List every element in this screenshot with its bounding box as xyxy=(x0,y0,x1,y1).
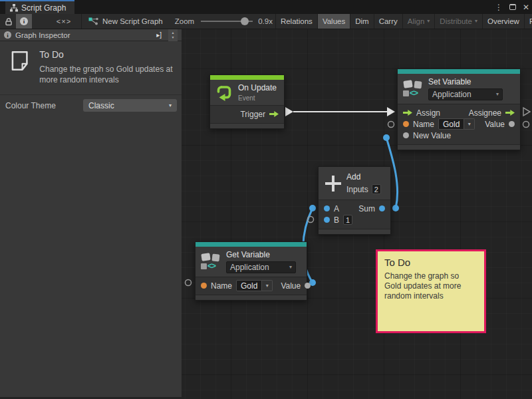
new-script-graph-label: New Script Graph xyxy=(102,17,163,25)
dim-button[interactable]: Dim xyxy=(350,14,373,29)
graph-toolbar: i <×> New Script Graph Zoom 0.9x Relatio… xyxy=(0,14,532,29)
b-value-field[interactable]: 1 xyxy=(343,215,352,225)
tab-bar: Script Graph ⋮ ✕ xyxy=(0,0,532,14)
overview-button[interactable]: Overview xyxy=(482,14,524,29)
node-accent-bar xyxy=(210,75,284,80)
node-title: Add xyxy=(346,172,381,182)
align-dropdown[interactable]: Align ▾ xyxy=(402,14,435,29)
add-plus-icon xyxy=(325,176,341,192)
value-label: Value xyxy=(281,281,301,291)
code-view-button[interactable]: <×> xyxy=(49,14,78,29)
node-add[interactable]: Add Inputs 2 A Sum B xyxy=(318,166,391,235)
values-button[interactable]: Values xyxy=(317,14,350,29)
sticky-note-icon xyxy=(9,49,30,72)
graph-canvas[interactable]: To Do Change the graph so Gold updates a… xyxy=(182,29,532,399)
variable-scope-dropdown[interactable]: Application ▾ xyxy=(226,261,296,273)
variable-name-dropdown[interactable]: Gold ▾ xyxy=(438,118,475,130)
todo-summary: To Do Change the graph so Gold updates a… xyxy=(0,41,182,94)
sticky-note-title: To Do xyxy=(384,257,477,268)
b-port-dot[interactable] xyxy=(324,217,330,223)
zoom-value: 0.9x xyxy=(258,17,273,25)
variable-scope-dropdown[interactable]: Application ▾ xyxy=(428,88,503,100)
sum-label: Sum xyxy=(358,204,375,213)
node-title: On Update xyxy=(238,83,277,92)
chevron-down-icon: ▾ xyxy=(262,280,273,291)
node-footer xyxy=(210,123,284,128)
tab-script-graph[interactable]: Script Graph xyxy=(5,1,74,14)
getvariable-name-input-port[interactable] xyxy=(186,280,192,286)
value-port-dot[interactable] xyxy=(509,121,515,127)
scroll-up-icon[interactable]: ▲ xyxy=(172,31,175,35)
todo-title: To Do xyxy=(39,49,175,60)
fullscreen-button[interactable]: Full Screen xyxy=(524,14,532,29)
script-graph-window: Script Graph ⋮ ✕ i <×> xyxy=(0,0,532,399)
a-port-dot[interactable] xyxy=(324,205,330,211)
value-label: Value xyxy=(485,120,505,129)
chevron-down-icon: ▾ xyxy=(286,265,292,270)
tab-label: Script Graph xyxy=(21,3,66,13)
b-label: B xyxy=(334,215,339,225)
node-title: Set Variable xyxy=(428,77,503,86)
info-icon: i xyxy=(20,17,28,25)
add-sum-output-port[interactable] xyxy=(392,205,399,211)
inspector-toggle-button[interactable]: i xyxy=(16,14,32,29)
node-accent-bar xyxy=(398,69,520,74)
on-update-loop-icon xyxy=(215,84,233,101)
setvariable-name-input-port[interactable] xyxy=(388,122,394,128)
carry-button[interactable]: Carry xyxy=(374,14,402,29)
assignee-label: Assignee xyxy=(469,108,501,118)
node-footer xyxy=(196,295,307,300)
colour-theme-value: Classic xyxy=(88,101,114,110)
toolbar-separator xyxy=(81,14,82,29)
info-icon: i xyxy=(4,31,11,39)
name-label: Name xyxy=(211,281,232,291)
trigger-output-port[interactable] xyxy=(285,107,293,116)
node-set-variable[interactable]: <> Set Variable Application ▾ Assign Ass… xyxy=(397,68,521,150)
assignee-output-port[interactable] xyxy=(523,108,530,116)
inputs-count-field[interactable]: 2 xyxy=(372,184,381,194)
sum-port-dot[interactable] xyxy=(379,205,385,211)
relations-button[interactable]: Relations xyxy=(275,14,317,29)
new-value-port-dot[interactable] xyxy=(403,132,409,138)
name-port-dot[interactable] xyxy=(403,121,409,127)
sticky-note[interactable]: To Do Change the graph so Gold updates a… xyxy=(376,249,486,333)
scroll-down-icon[interactable]: ▼ xyxy=(172,35,175,40)
toolbar-toggle-group: Relations Values Dim Carry Align ▾ Distr… xyxy=(275,14,532,29)
node-get-variable[interactable]: <> Get Variable Application ▾ Name Gold xyxy=(195,241,307,301)
dock-panel-icon[interactable]: ▸] xyxy=(156,31,162,39)
graph-inspector-header: i Graph Inspector ▸] ▲ ▼ xyxy=(0,29,182,41)
panel-scroll-stepper[interactable]: ▲ ▼ xyxy=(168,29,178,41)
script-graph-asset-icon xyxy=(88,17,98,25)
lock-button[interactable] xyxy=(1,14,16,29)
zoom-slider[interactable] xyxy=(201,17,253,25)
add-a-input-port[interactable] xyxy=(309,205,316,211)
sticky-note-text: Change the graph so Gold updates at more… xyxy=(384,271,476,301)
name-port-dot[interactable] xyxy=(201,283,207,289)
zoom-slider-handle[interactable] xyxy=(241,17,249,25)
variable-icon: <> xyxy=(403,80,423,98)
flow-arrow-icon xyxy=(269,111,279,117)
close-icon[interactable]: ✕ xyxy=(523,3,529,12)
code-icon: <×> xyxy=(57,17,71,25)
chevron-down-icon: ▾ xyxy=(475,19,477,24)
assign-input-arrowhead[interactable] xyxy=(387,107,395,116)
window-menu-icon[interactable]: ⋮ xyxy=(495,3,503,12)
trigger-label: Trigger xyxy=(240,110,265,119)
distribute-dropdown[interactable]: Distribute ▾ xyxy=(434,14,482,29)
node-accent-bar xyxy=(196,242,307,247)
new-script-graph-button[interactable]: New Script Graph xyxy=(88,17,163,25)
colour-theme-row: Colour Theme Classic ▾ xyxy=(0,96,182,115)
setvariable-newvalue-input-port[interactable] xyxy=(383,134,390,141)
colour-theme-select[interactable]: Classic ▾ xyxy=(83,99,177,112)
node-on-update[interactable]: On Update Event Trigger xyxy=(209,74,285,129)
graph-inspector-panel: i Graph Inspector ▸] ▲ ▼ To Do Change th… xyxy=(0,29,182,397)
setvariable-value-output-port[interactable] xyxy=(523,122,529,128)
assign-label: Assign xyxy=(416,108,440,118)
new-value-label: New Value xyxy=(413,131,451,140)
maximize-icon[interactable] xyxy=(509,4,516,10)
variable-name-dropdown[interactable]: Gold ▾ xyxy=(236,280,273,291)
flow-arrow-icon xyxy=(403,110,412,116)
inputs-label: Inputs xyxy=(346,185,368,194)
lock-icon xyxy=(5,17,13,26)
graph-inspector-title: Graph Inspector xyxy=(15,31,70,39)
